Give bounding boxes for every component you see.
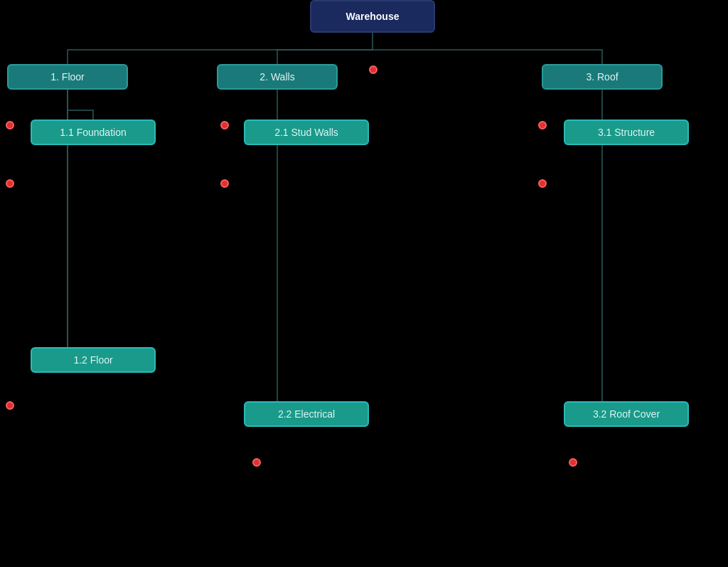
dot-5[interactable] (220, 179, 229, 188)
node-foundation[interactable]: 1.1 Foundation (31, 120, 156, 145)
dot-4[interactable] (220, 121, 229, 129)
dot-6[interactable] (252, 458, 261, 467)
node-floor2[interactable]: 1.2 Floor (31, 347, 156, 373)
dot-7[interactable] (6, 401, 14, 410)
node-electrical[interactable]: 2.2 Electrical (244, 401, 369, 427)
node-floor[interactable]: 1. Floor (7, 64, 128, 90)
dot-8[interactable] (538, 121, 547, 129)
node-structure[interactable]: 3.1 Structure (564, 120, 689, 145)
node-walls[interactable]: 2. Walls (217, 64, 338, 90)
dot-2[interactable] (6, 179, 14, 188)
node-roof[interactable]: 3. Roof (542, 64, 663, 90)
dot-3[interactable] (369, 65, 378, 74)
node-stud-walls[interactable]: 2.1 Stud Walls (244, 120, 369, 145)
dot-1[interactable] (6, 121, 14, 129)
dot-10[interactable] (569, 458, 577, 467)
dot-9[interactable] (538, 179, 547, 188)
node-roof-cover[interactable]: 3.2 Roof Cover (564, 401, 689, 427)
root-node[interactable]: Warehouse (310, 0, 435, 33)
